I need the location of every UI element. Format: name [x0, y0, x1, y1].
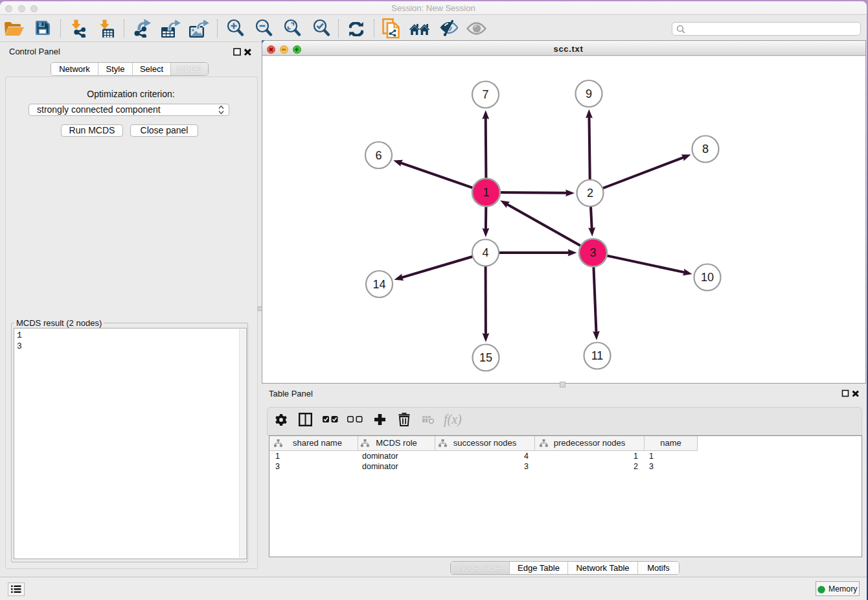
svg-text:2: 2: [587, 187, 593, 200]
svg-text:3: 3: [589, 246, 596, 259]
svg-text:11: 11: [591, 349, 604, 362]
svg-text:4: 4: [482, 246, 488, 259]
svg-text:1: 1: [483, 186, 489, 199]
svg-text:8: 8: [702, 143, 709, 156]
svg-text:14: 14: [372, 278, 385, 291]
svg-text:6: 6: [375, 149, 382, 162]
svg-text:15: 15: [479, 351, 492, 364]
svg-text:9: 9: [586, 87, 592, 100]
svg-text:7: 7: [482, 88, 488, 101]
svg-text:10: 10: [701, 271, 714, 284]
